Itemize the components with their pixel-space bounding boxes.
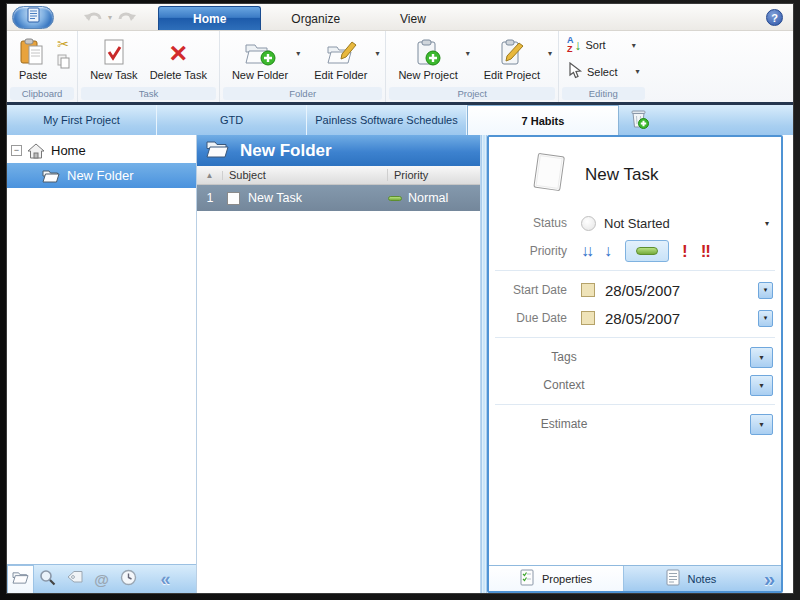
detail-title-row: New Task (489, 137, 781, 209)
app-menu-button[interactable] (12, 6, 54, 29)
project-tab-gtd[interactable]: GTD (157, 105, 307, 135)
sort-dropdown-icon[interactable]: ▾ (632, 41, 636, 50)
new-project-button[interactable]: New Project (392, 35, 463, 83)
project-tab-my-first-project[interactable]: My First Project (7, 105, 157, 135)
task-list-panel: New Folder ▲ Subject Priority 1 New Task (197, 135, 481, 593)
table-row[interactable]: 1 New Task Normal (197, 185, 480, 211)
delete-task-label: Delete Task (150, 69, 207, 81)
tags-dropdown-button[interactable]: ▾ (750, 347, 773, 368)
edit-project-label: Edit Project (484, 69, 540, 81)
properties-icon (520, 569, 534, 588)
column-header-subject[interactable]: Subject (223, 169, 388, 181)
start-date-checkbox[interactable] (581, 283, 595, 297)
tag-icon (66, 570, 84, 588)
due-date-label: Due Date (489, 311, 581, 325)
priority-normal-icon (388, 196, 402, 201)
select-button[interactable]: Select ▾ (565, 60, 642, 83)
priority-low-button[interactable]: ↓ (604, 243, 612, 259)
cut-icon[interactable]: ✂ (57, 37, 71, 51)
status-dropdown-icon[interactable]: ▾ (765, 219, 773, 228)
undo-icon[interactable] (82, 7, 104, 27)
sort-label: Sort (585, 39, 605, 51)
due-date-dropdown-button[interactable]: ▾ (758, 310, 773, 327)
tree-item-home[interactable]: − Home (7, 138, 196, 163)
start-date-row: Start Date 28/05/2007 ▾ (489, 276, 781, 304)
sidebar-bottom-toolbar: @ « (7, 564, 196, 593)
group-label-editing: Editing (562, 87, 645, 100)
list-header-title: New Folder (240, 141, 332, 161)
task-priority: Normal (408, 191, 448, 205)
new-project-icon (413, 37, 443, 69)
undo-redo-group: ▾ (82, 7, 138, 27)
ribbon-tabs: Home Organize View (158, 4, 456, 30)
tab-home[interactable]: Home (158, 6, 261, 30)
search-view-button[interactable] (34, 565, 61, 593)
detail-task-title: New Task (585, 165, 658, 185)
priority-normal-pill-icon (636, 247, 658, 255)
context-dropdown-button[interactable]: ▾ (750, 375, 773, 396)
delete-task-button[interactable]: × Delete Task (144, 35, 213, 83)
app-window: ▾ Home Organize View ? Paste ✂ (7, 4, 793, 593)
contexts-view-button[interactable]: @ (88, 565, 115, 593)
select-dropdown-icon[interactable]: ▾ (636, 67, 640, 76)
home-icon (27, 143, 45, 159)
sort-indicator-icon[interactable]: ▲ (197, 171, 223, 180)
titlebar: ▾ Home Organize View ? (7, 4, 793, 31)
new-task-button[interactable]: New Task (84, 35, 143, 83)
help-button[interactable]: ? (766, 9, 783, 26)
project-tab-painless-software-schedules[interactable]: Painless Software Schedules (307, 105, 467, 135)
project-tab-7-habits[interactable]: 7 Habits (467, 105, 619, 135)
edit-project-button[interactable]: Edit Project (478, 35, 546, 83)
tree-collapse-icon[interactable]: − (11, 145, 22, 156)
due-date-checkbox[interactable] (581, 311, 595, 325)
copy-icon[interactable] (57, 54, 71, 73)
estimate-dropdown-button[interactable]: ▾ (750, 414, 773, 435)
tab-notes-label: Notes (688, 573, 717, 585)
folders-view-button[interactable] (7, 565, 34, 593)
task-complete-checkbox[interactable] (227, 192, 240, 205)
edit-folder-button[interactable]: Edit Folder (308, 35, 373, 83)
due-date-row: Due Date 28/05/2007 ▾ (489, 304, 781, 332)
delete-task-icon: × (170, 37, 188, 69)
start-date-dropdown-button[interactable]: ▾ (758, 282, 773, 299)
trash-new-tab-button[interactable] (619, 105, 659, 135)
new-folder-dropdown-icon[interactable]: ▾ (296, 49, 300, 58)
group-label-clipboard: Clipboard (10, 87, 74, 100)
tags-view-button[interactable] (61, 565, 88, 593)
start-date-label: Start Date (489, 283, 581, 297)
tab-organize[interactable]: Organize (261, 8, 370, 30)
column-header-priority[interactable]: Priority (388, 169, 480, 181)
project-tab-strip: My First Project GTD Painless Software S… (7, 105, 793, 135)
edit-folder-dropdown-icon[interactable]: ▾ (375, 49, 379, 58)
time-view-button[interactable] (115, 565, 142, 593)
separator (495, 270, 775, 271)
sort-button[interactable]: AZ ↓ Sort ▾ (565, 34, 638, 56)
undo-dropdown-icon[interactable]: ▾ (108, 13, 112, 22)
priority-high-button[interactable]: ! (682, 243, 688, 260)
new-folder-icon (243, 37, 277, 69)
ribbon-group-editing: AZ ↓ Sort ▾ Select ▾ Editing (559, 31, 648, 102)
tab-properties[interactable]: Properties (489, 566, 624, 591)
priority-normal-button[interactable] (625, 240, 669, 262)
new-project-dropdown-icon[interactable]: ▾ (466, 49, 470, 58)
expand-panel-button[interactable]: » (758, 566, 781, 591)
detail-empty-area (489, 438, 781, 565)
edit-project-dropdown-icon[interactable]: ▾ (548, 49, 552, 58)
tab-notes[interactable]: Notes (624, 566, 758, 591)
ribbon-group-project: New Project ▾ Edit Project ▾ Project (386, 31, 559, 102)
status-value: Not Started (604, 216, 670, 231)
paste-button[interactable]: Paste (13, 35, 53, 83)
list-empty-area[interactable] (197, 211, 480, 593)
priority-lowest-button[interactable]: ↓↓ (581, 243, 591, 259)
due-date-value: 28/05/2007 (605, 310, 680, 327)
tab-view[interactable]: View (370, 8, 456, 30)
redo-icon[interactable] (116, 7, 138, 27)
folders-view-icon (11, 570, 30, 589)
collapse-sidebar-button[interactable]: « (150, 565, 177, 593)
tree-item-new-folder[interactable]: New Folder (7, 163, 196, 188)
priority-highest-button[interactable]: !! (701, 243, 710, 260)
cut-copy-stack: ✂ (57, 37, 71, 73)
new-folder-button[interactable]: New Folder (226, 35, 294, 83)
tree-item-home-label: Home (51, 143, 86, 158)
main-area: − Home New Folder (7, 135, 793, 593)
